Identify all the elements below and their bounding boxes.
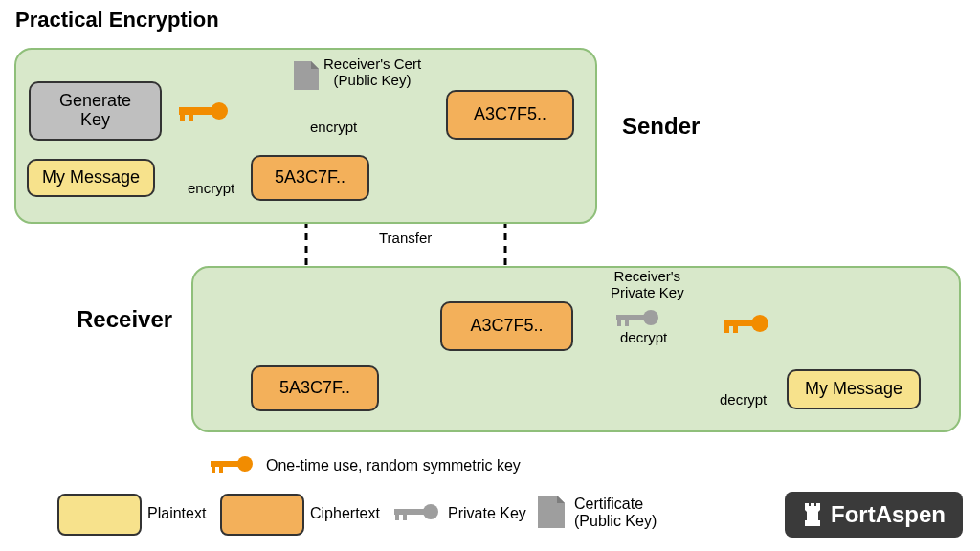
legend-cert-icon <box>536 494 567 530</box>
svg-rect-19 <box>733 320 738 333</box>
legend-privkey-icon <box>392 497 440 526</box>
encrypt1-label: encrypt <box>310 119 357 135</box>
key-icon <box>177 95 230 127</box>
svg-point-20 <box>237 456 253 472</box>
receiver-label: Receiver <box>77 306 172 333</box>
svg-rect-18 <box>724 320 729 333</box>
legend-plaintext-text: Plaintext <box>147 505 206 522</box>
svg-rect-15 <box>625 315 629 326</box>
cipher-key-src-node: A3C7F5.. <box>446 90 574 140</box>
svg-point-12 <box>643 310 658 325</box>
diagram-title: Practical Encryption <box>15 8 219 33</box>
svg-rect-27 <box>403 509 407 520</box>
document-icon <box>292 59 321 92</box>
generate-key-node: Generate Key <box>29 81 162 141</box>
legend-key-icon <box>209 450 255 478</box>
brand-text: FortAspen <box>831 501 946 528</box>
key-icon-private <box>614 304 660 331</box>
cipher-msg-src-node: 5A3C7F.. <box>251 155 369 201</box>
legend-symkey-text: One-time use, random symmetric key <box>266 457 521 474</box>
sender-label: Sender <box>622 113 700 140</box>
legend-cert-text: Certificate (Public Key) <box>574 496 657 529</box>
svg-rect-23 <box>219 461 223 473</box>
svg-rect-14 <box>617 315 621 326</box>
receivers-cert-label: Receiver's Cert (Public Key) <box>323 55 421 88</box>
key-icon-sym-receiver <box>722 308 769 339</box>
svg-rect-11 <box>189 107 193 121</box>
decrypt1-label: decrypt <box>620 329 667 345</box>
my-message-dst-node: My Message <box>787 369 921 409</box>
svg-point-24 <box>423 504 438 519</box>
svg-rect-22 <box>212 461 215 473</box>
my-message-src-node: My Message <box>27 159 155 197</box>
transfer-label: Transfer <box>379 230 432 246</box>
legend-privkey-text: Private Key <box>448 505 526 522</box>
brand-logo: FortAspen <box>785 492 963 538</box>
encrypt2-label: encrypt <box>188 180 234 196</box>
legend-ciphertext-box <box>220 494 304 536</box>
cipher-msg-dst-node: 5A3C7F.. <box>251 365 379 411</box>
rook-icon <box>802 501 823 528</box>
legend-ciphertext-text: Ciphertext <box>310 505 380 522</box>
receivers-priv-label: Receiver's Private Key <box>611 268 684 300</box>
svg-rect-10 <box>180 107 185 121</box>
svg-rect-26 <box>395 509 399 520</box>
decrypt2-label: decrypt <box>720 391 767 408</box>
cipher-key-dst-node: A3C7F5.. <box>440 301 573 351</box>
legend-plaintext-box <box>57 494 142 536</box>
